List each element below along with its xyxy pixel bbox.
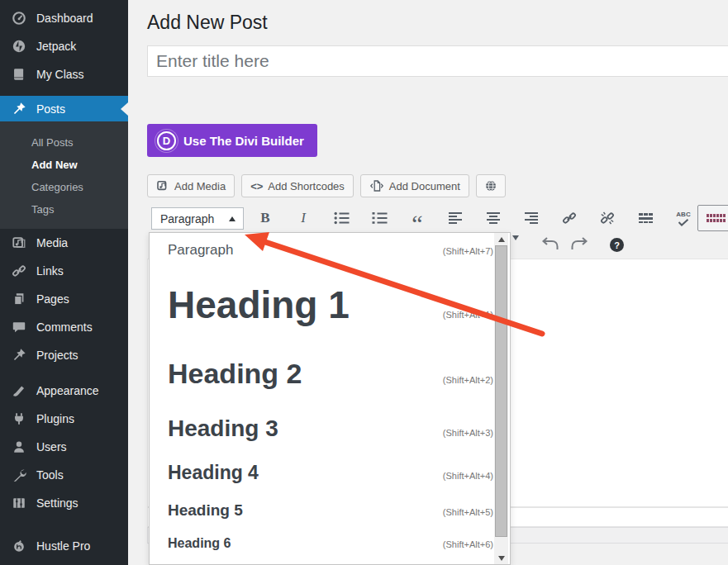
sidebar-separator bbox=[0, 525, 128, 532]
menu-item-label: Preformatted bbox=[168, 558, 257, 565]
sidebar-item-pages[interactable]: Pages bbox=[0, 285, 128, 313]
spellcheck-label: ABC bbox=[676, 211, 690, 218]
sidebar-item-label: Dashboard bbox=[36, 12, 93, 25]
sidebar-item-links[interactable]: Links bbox=[0, 257, 128, 285]
pushpin-icon bbox=[11, 101, 27, 117]
add-shortcodes-button[interactable]: <> Add Shortcodes bbox=[241, 174, 354, 197]
text-color-caret[interactable] bbox=[512, 240, 519, 255]
book-icon bbox=[11, 66, 27, 83]
sidebar-item-label: Projects bbox=[36, 349, 79, 362]
sidebar-item-label: Comments bbox=[36, 320, 93, 334]
menu-item-paragraph[interactable]: Paragraph (Shift+Alt+7) bbox=[150, 233, 510, 268]
format-select-value: Paragraph bbox=[160, 212, 214, 226]
menu-item-label: Heading 4 bbox=[168, 453, 259, 492]
help-button[interactable]: ? bbox=[610, 238, 624, 252]
read-more-button[interactable] bbox=[634, 206, 657, 230]
menu-item-label: Heading 6 bbox=[168, 529, 231, 558]
align-center-button[interactable] bbox=[482, 206, 505, 230]
menu-item-heading-1[interactable]: Heading 1 (Shift+Alt+1) bbox=[150, 268, 510, 342]
numbered-list-button[interactable] bbox=[368, 206, 391, 230]
sidebar-item-label: My Class bbox=[36, 68, 84, 81]
link-button[interactable] bbox=[558, 206, 581, 230]
pages-icon bbox=[11, 291, 27, 307]
format-dropdown-menu: Paragraph (Shift+Alt+7) Heading 1 (Shift… bbox=[149, 232, 511, 565]
bullet-list-button[interactable] bbox=[330, 206, 353, 230]
jetpack-icon bbox=[11, 38, 27, 55]
sidebar-item-appearance[interactable]: Appearance bbox=[0, 377, 128, 405]
scroll-up-icon bbox=[498, 237, 505, 242]
globe-icon bbox=[484, 179, 497, 192]
scrollbar-thumb[interactable] bbox=[495, 245, 507, 537]
sidebar-separator bbox=[0, 88, 128, 96]
tools-icon bbox=[11, 467, 27, 483]
appearance-icon bbox=[11, 382, 27, 399]
bold-button[interactable]: B bbox=[254, 206, 277, 230]
scrollbar-down-button[interactable] bbox=[494, 552, 508, 564]
menu-item-shortcut: (Shift+Alt+3) bbox=[443, 428, 493, 438]
menu-item-preformatted[interactable]: Preformatted bbox=[150, 558, 510, 565]
plugins-icon bbox=[11, 411, 27, 427]
unlink-button[interactable] bbox=[596, 206, 619, 230]
media-icon bbox=[11, 235, 27, 251]
sidebar-item-media[interactable]: Media bbox=[0, 229, 128, 257]
sidebar-item-dashboard[interactable]: Dashboard bbox=[0, 4, 128, 32]
undo-button[interactable] bbox=[541, 236, 559, 254]
sidebar-item-posts[interactable]: Posts bbox=[0, 96, 128, 121]
sidebar-item-tools[interactable]: Tools bbox=[0, 461, 128, 489]
sidebar-item-label: Hustle Pro bbox=[36, 539, 90, 553]
post-title-input[interactable] bbox=[147, 45, 728, 77]
submenu-item-all-posts[interactable]: All Posts bbox=[0, 131, 128, 154]
menu-item-shortcut: (Shift+Alt+2) bbox=[443, 375, 493, 385]
editor-toolbar: B I “ ABC bbox=[254, 206, 710, 230]
align-left-button[interactable] bbox=[444, 206, 467, 230]
globe-button[interactable] bbox=[476, 174, 506, 197]
use-divi-builder-button[interactable]: D Use The Divi Builder bbox=[147, 124, 317, 157]
scrollbar-up-button[interactable] bbox=[494, 233, 508, 245]
add-document-button[interactable]: Add Document bbox=[360, 174, 469, 197]
menu-item-heading-3[interactable]: Heading 3 (Shift+Alt+3) bbox=[150, 405, 510, 453]
menu-item-shortcut: (Shift+Alt+1) bbox=[443, 310, 493, 320]
sidebar-item-divi[interactable]: Divi bbox=[0, 560, 128, 565]
submenu-item-tags[interactable]: Tags bbox=[0, 198, 128, 221]
settings-icon bbox=[11, 495, 27, 511]
menu-item-heading-5[interactable]: Heading 5 (Shift+Alt+5) bbox=[150, 492, 510, 529]
add-document-label: Add Document bbox=[389, 180, 460, 192]
italic-button[interactable]: I bbox=[292, 206, 315, 230]
sidebar-item-plugins[interactable]: Plugins bbox=[0, 405, 128, 433]
add-media-button[interactable]: Add Media bbox=[147, 174, 235, 197]
menu-item-heading-6[interactable]: Heading 6 (Shift+Alt+6) bbox=[150, 529, 510, 558]
menu-item-shortcut: (Shift+Alt+6) bbox=[443, 539, 493, 549]
sidebar-item-label: Posts bbox=[36, 102, 65, 116]
sidebar-item-label: Appearance bbox=[36, 384, 99, 397]
sidebar-item-settings[interactable]: Settings bbox=[0, 489, 128, 517]
submenu-item-categories[interactable]: Categories bbox=[0, 176, 128, 198]
align-right-button[interactable] bbox=[520, 206, 543, 230]
sidebar-item-jetpack[interactable]: Jetpack bbox=[0, 32, 128, 60]
toolbar-toggle-icon bbox=[707, 214, 726, 222]
sidebar-item-label: Pages bbox=[36, 292, 69, 306]
redo-button[interactable] bbox=[570, 236, 588, 254]
sidebar-item-hustle-pro[interactable]: Hustle Pro bbox=[0, 532, 128, 560]
comments-icon bbox=[11, 319, 27, 335]
dropdown-scrollbar[interactable] bbox=[494, 233, 508, 564]
active-item-notch bbox=[121, 102, 128, 116]
links-icon bbox=[11, 263, 27, 279]
admin-sidebar: Dashboard Jetpack My Class Posts All Pos… bbox=[0, 0, 128, 565]
menu-item-label: Paragraph bbox=[168, 233, 233, 268]
chevron-down-icon bbox=[512, 235, 519, 254]
menu-item-heading-4[interactable]: Heading 4 (Shift+Alt+4) bbox=[150, 453, 510, 492]
spellcheck-button[interactable]: ABC bbox=[672, 206, 695, 230]
submenu-item-add-new[interactable]: Add New bbox=[0, 154, 128, 176]
toolbar-toggle-button[interactable] bbox=[697, 205, 728, 231]
sidebar-item-comments[interactable]: Comments bbox=[0, 313, 128, 341]
sidebar-item-label: Settings bbox=[36, 496, 79, 510]
blockquote-button[interactable]: “ bbox=[406, 206, 429, 230]
menu-item-heading-2[interactable]: Heading 2 (Shift+Alt+2) bbox=[150, 342, 510, 405]
menu-item-label: Heading 3 bbox=[168, 405, 278, 453]
sidebar-item-users[interactable]: Users bbox=[0, 433, 128, 461]
sidebar-item-my-class[interactable]: My Class bbox=[0, 60, 128, 88]
format-select[interactable]: Paragraph bbox=[151, 207, 244, 230]
sidebar-item-projects[interactable]: Projects bbox=[0, 341, 128, 369]
menu-item-shortcut: (Shift+Alt+4) bbox=[443, 471, 493, 481]
add-media-icon bbox=[156, 179, 169, 192]
